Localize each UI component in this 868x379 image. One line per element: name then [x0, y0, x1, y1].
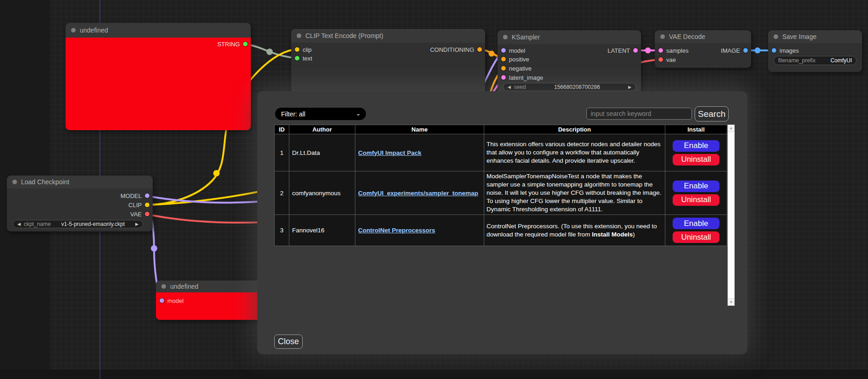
comfyui-app: undefined STRING CLIP Text Encode (Promp… — [0, 0, 868, 379]
output-port-row-model: MODEL — [121, 192, 149, 199]
extension-install-cell: EnableUninstall — [665, 171, 727, 215]
reroute-dot-string[interactable] — [266, 49, 273, 55]
collapse-dot-icon[interactable] — [71, 28, 76, 33]
decrement-arrow-icon[interactable]: ◀ — [508, 85, 511, 89]
extension-name-link[interactable]: ComfyUI Impact Pack — [358, 149, 421, 156]
collapse-dot-icon[interactable] — [503, 35, 508, 39]
uninstall-button[interactable]: Uninstall — [672, 194, 720, 206]
output-port-string[interactable] — [243, 42, 248, 46]
output-port-vae[interactable] — [145, 212, 149, 216]
extension-row: 3Fannovel16ControlNet PreprocessorsContr… — [275, 215, 727, 246]
filename-prefix-widget[interactable]: filename_prefix ComfyUI — [774, 56, 857, 65]
input-port-row-samples: samples — [658, 47, 688, 54]
collapse-dot-icon[interactable] — [774, 34, 778, 39]
enable-button[interactable]: Enable — [672, 140, 720, 152]
input-port-model[interactable] — [160, 298, 164, 303]
extension-description-cell: ControlNet Preprocessors. (To use this e… — [484, 215, 665, 246]
reroute-dot-image[interactable] — [755, 48, 761, 54]
reroute-dot-latent[interactable] — [645, 48, 651, 54]
input-port-row-latent-image: latent_image — [501, 74, 543, 81]
extension-install-cell: EnableUninstall — [665, 134, 727, 171]
next-arrow-icon[interactable]: ▶ — [135, 222, 138, 226]
collapse-dot-icon[interactable] — [297, 33, 301, 38]
output-port-clip[interactable] — [145, 203, 149, 207]
output-port-model[interactable] — [145, 193, 149, 198]
extension-name-link[interactable]: ControlNet Preprocessors — [358, 227, 435, 234]
node-header[interactable]: Save Image — [768, 30, 862, 43]
table-scrollbar[interactable]: ▲ ▼ — [727, 125, 735, 306]
uninstall-button[interactable]: Uninstall — [672, 231, 720, 243]
input-port-images[interactable] — [772, 48, 776, 53]
input-port-row-model: model — [160, 297, 183, 304]
extension-table-body: 1Dr.Lt.DataComfyUI Impact PackThis exten… — [275, 134, 727, 246]
extension-row: 2comfyanonymousComfyUI_experiments/sampl… — [275, 171, 727, 215]
input-port-row-model: model — [501, 47, 525, 54]
input-port-row-negative: negative — [501, 65, 531, 72]
extension-id-cell: 2 — [275, 171, 289, 215]
seed-widget[interactable]: ◀ seed 156680208700286 ▶ — [503, 83, 636, 91]
output-port-conditioning[interactable] — [477, 47, 482, 52]
node-title: undefined — [170, 283, 199, 290]
enable-button[interactable]: Enable — [672, 217, 720, 230]
output-port-image[interactable] — [743, 48, 748, 53]
reroute-dot-clip[interactable] — [213, 170, 220, 176]
node-vae-decode[interactable]: VAE Decode samples vae IMAGE — [655, 30, 751, 68]
node-title: KSampler — [512, 33, 540, 41]
prev-arrow-icon[interactable]: ◀ — [17, 222, 21, 226]
output-port-label: LATENT — [608, 47, 630, 54]
input-port-samples[interactable] — [658, 48, 663, 53]
error-node-body — [66, 38, 251, 130]
node-header[interactable]: Load Checkpoint — [7, 176, 153, 188]
extension-row: 1Dr.Lt.DataComfyUI Impact PackThis exten… — [275, 134, 727, 171]
scroll-down-icon[interactable]: ▼ — [728, 299, 735, 306]
enable-button[interactable]: Enable — [672, 180, 720, 192]
input-port-row-vae: vae — [658, 56, 676, 63]
node-save-image[interactable]: Save Image images filename_prefix ComfyU… — [768, 30, 862, 72]
node-header[interactable]: KSampler — [498, 30, 641, 44]
scrollbar-thumb[interactable] — [728, 132, 735, 299]
uninstall-button[interactable]: Uninstall — [672, 154, 720, 166]
node-undefined-top[interactable]: undefined STRING — [66, 23, 251, 130]
input-port-label: clip — [303, 46, 312, 53]
output-port-row-clip: CLIP — [128, 201, 149, 209]
input-port-model[interactable] — [501, 48, 506, 53]
node-load-checkpoint[interactable]: Load Checkpoint MODEL CLIP VAE ◀ ckpt_na… — [7, 176, 153, 231]
extension-name-cell: ComfyUI_experiments/sampler_tonemap — [355, 171, 484, 215]
input-port-clip[interactable] — [295, 47, 299, 52]
input-port-row-images: images — [772, 47, 799, 54]
increment-arrow-icon[interactable]: ▶ — [628, 85, 631, 89]
header-author: Author — [289, 125, 355, 134]
output-port-latent[interactable] — [633, 48, 638, 53]
close-button[interactable]: Close — [274, 335, 303, 349]
widget-label: seed — [514, 84, 526, 90]
scroll-up-icon[interactable]: ▲ — [728, 125, 735, 132]
ckpt-name-widget[interactable]: ◀ ckpt_name v1-5-pruned-emaonly.ckpt ▶ — [13, 220, 143, 228]
input-port-text[interactable] — [295, 56, 299, 60]
node-header[interactable]: VAE Decode — [655, 30, 751, 43]
node-header[interactable]: CLIP Text Encode (Prompt) — [291, 29, 485, 43]
collapse-dot-icon[interactable] — [660, 34, 665, 39]
input-port-latent-image[interactable] — [501, 75, 506, 80]
widget-value: v1-5-pruned-emaonly.ckpt — [61, 221, 125, 227]
node-title: CLIP Text Encode (Prompt) — [305, 32, 383, 39]
input-port-positive[interactable] — [501, 57, 506, 61]
filter-select-wrap: Filter: all ⌄ — [275, 108, 366, 120]
input-port-row-text: text — [295, 55, 312, 62]
reroute-dot-model[interactable] — [151, 245, 157, 252]
node-title: Save Image — [782, 33, 817, 40]
reroute-dot-conditioning[interactable] — [489, 51, 495, 57]
search-input[interactable] — [586, 108, 692, 120]
output-port-label: CLIP — [128, 202, 142, 209]
output-port-row-conditioning: CONDITIONING — [430, 46, 482, 53]
input-port-negative[interactable] — [501, 66, 506, 71]
input-port-vae[interactable] — [658, 57, 663, 62]
input-port-label: latent_image — [509, 74, 543, 81]
filter-select[interactable]: Filter: all — [275, 108, 366, 120]
collapse-dot-icon[interactable] — [161, 284, 166, 289]
input-port-label: vae — [666, 56, 676, 63]
node-header[interactable]: undefined — [66, 23, 251, 38]
search-button[interactable]: Search — [695, 106, 729, 121]
input-port-label: negative — [509, 65, 531, 72]
collapse-dot-icon[interactable] — [12, 180, 17, 184]
extension-name-link[interactable]: ComfyUI_experiments/sampler_tonemap — [358, 190, 478, 197]
